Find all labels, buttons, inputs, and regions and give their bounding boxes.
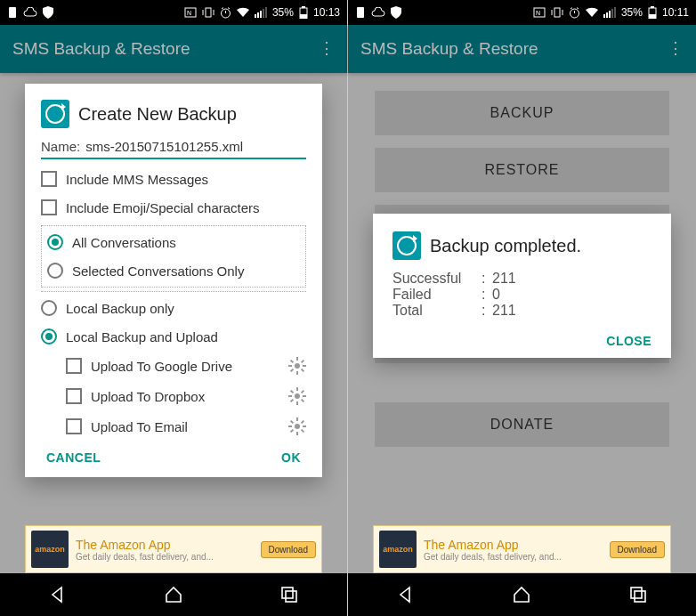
svg-rect-19 [296, 357, 298, 361]
close-button[interactable]: CLOSE [606, 334, 651, 348]
option-upload-gdrive[interactable]: Upload To Google Drive [41, 351, 306, 381]
recent-apps-icon[interactable] [627, 584, 649, 605]
radio-icon [41, 328, 57, 344]
svg-line-55 [571, 7, 572, 9]
conversation-scope-group: All Conversations Selected Conversations… [41, 225, 306, 288]
svg-rect-33 [301, 399, 304, 402]
svg-rect-12 [260, 11, 262, 18]
ad-download-button[interactable]: Download [261, 541, 316, 558]
signal-icon [603, 7, 616, 18]
svg-rect-16 [302, 6, 305, 8]
signal-icon [255, 7, 267, 18]
back-icon[interactable] [395, 584, 417, 605]
clock-text: 10:13 [313, 6, 340, 19]
svg-rect-58 [606, 12, 608, 18]
svg-rect-30 [288, 395, 292, 397]
svg-line-9 [228, 7, 230, 9]
option-upload-email[interactable]: Upload To Email [41, 411, 306, 442]
battery-icon [648, 6, 657, 19]
back-icon[interactable] [47, 584, 69, 605]
ad-banner[interactable]: amazon The Amazon App Get daily deals, f… [25, 525, 322, 573]
app-logo-icon [41, 100, 69, 128]
svg-rect-21 [288, 365, 292, 367]
svg-rect-42 [301, 429, 304, 433]
divider [41, 291, 306, 292]
result-key: Total [393, 303, 482, 319]
ok-button[interactable]: OK [281, 450, 301, 465]
result-value: 0 [492, 287, 500, 303]
gear-icon[interactable] [288, 387, 306, 405]
vibrate-icon [202, 6, 214, 19]
home-icon[interactable] [163, 584, 184, 605]
ad-subtitle: Get daily deals, fast delivery, and... [76, 552, 254, 562]
phone-right: N 35% 10:11 SMS Backup & Restore ⋮ BACKU… [348, 0, 696, 616]
status-bar: N 35% 10:11 [348, 0, 696, 25]
svg-rect-57 [603, 14, 605, 18]
svg-rect-37 [296, 417, 298, 421]
nfc-icon: N [533, 7, 546, 18]
alarm-icon [220, 7, 231, 19]
app-logo-icon [393, 231, 421, 260]
result-key: Failed [393, 287, 482, 303]
svg-rect-23 [290, 360, 294, 363]
option-label: Upload To Google Drive [91, 359, 232, 374]
gear-icon[interactable] [288, 417, 306, 435]
svg-text:N: N [536, 10, 540, 16]
home-icon[interactable] [511, 584, 532, 605]
ad-download-button[interactable]: Download [610, 541, 665, 558]
ad-subtitle: Get daily deals, fast delivery, and... [424, 552, 603, 562]
svg-rect-0 [9, 7, 16, 18]
result-row: Successful : 211 [393, 271, 651, 287]
dialog-title: Create New Backup [78, 104, 237, 125]
nav-bar [348, 573, 696, 616]
svg-rect-13 [263, 9, 264, 18]
results-table: Successful : 211 Failed : 0 Total : 211 [393, 271, 651, 319]
svg-rect-64 [649, 14, 656, 19]
svg-point-18 [295, 363, 300, 369]
ad-title: The Amazon App [424, 538, 603, 552]
shield-icon [43, 6, 53, 19]
svg-rect-45 [282, 588, 293, 598]
svg-rect-60 [611, 9, 613, 18]
svg-rect-47 [357, 7, 364, 18]
alarm-icon [569, 7, 580, 19]
checkbox-icon [41, 171, 57, 187]
ad-logo-icon: amazon [379, 531, 417, 568]
ad-banner[interactable]: amazon The Amazon App Get daily deals, f… [373, 525, 671, 573]
svg-rect-14 [265, 7, 267, 18]
result-value: 211 [492, 271, 516, 287]
option-selected-conversations[interactable]: Selected Conversations Only [47, 256, 300, 285]
option-local-and-upload[interactable]: Local Backup and Upload [41, 322, 306, 351]
radio-icon [41, 300, 57, 316]
vibrate-icon [551, 6, 563, 19]
svg-rect-41 [290, 420, 294, 424]
wifi-icon [586, 7, 598, 18]
svg-rect-66 [635, 591, 645, 602]
cloud-icon [371, 7, 385, 18]
gear-icon[interactable] [288, 357, 306, 375]
backup-name-input[interactable] [85, 139, 306, 154]
option-label: All Conversations [72, 235, 176, 250]
dialog-title: Backup completed. [430, 236, 581, 256]
option-local-only[interactable]: Local Backup only [41, 294, 306, 322]
ad-logo-icon: amazon [31, 531, 69, 568]
option-include-mms[interactable]: Include MMS Messages [41, 165, 306, 193]
svg-rect-26 [301, 360, 304, 363]
svg-rect-43 [290, 429, 294, 433]
recent-apps-icon[interactable] [279, 584, 300, 605]
shield-icon [391, 6, 401, 19]
svg-rect-10 [255, 14, 256, 18]
name-label: Name: [41, 139, 80, 154]
nav-bar [0, 573, 347, 616]
svg-rect-38 [296, 432, 298, 435]
option-all-conversations[interactable]: All Conversations [47, 228, 300, 256]
result-value: 211 [492, 303, 516, 319]
status-bar: N 35% 10:13 [0, 0, 347, 25]
device-icon [7, 6, 18, 19]
option-upload-dropbox[interactable]: Upload To Dropbox [41, 381, 306, 411]
cancel-button[interactable]: CANCEL [46, 450, 101, 465]
svg-point-36 [295, 424, 300, 429]
svg-rect-11 [257, 12, 259, 18]
option-include-emoji[interactable]: Include Emoji/Special characters [41, 193, 306, 222]
svg-text:N: N [187, 10, 191, 16]
